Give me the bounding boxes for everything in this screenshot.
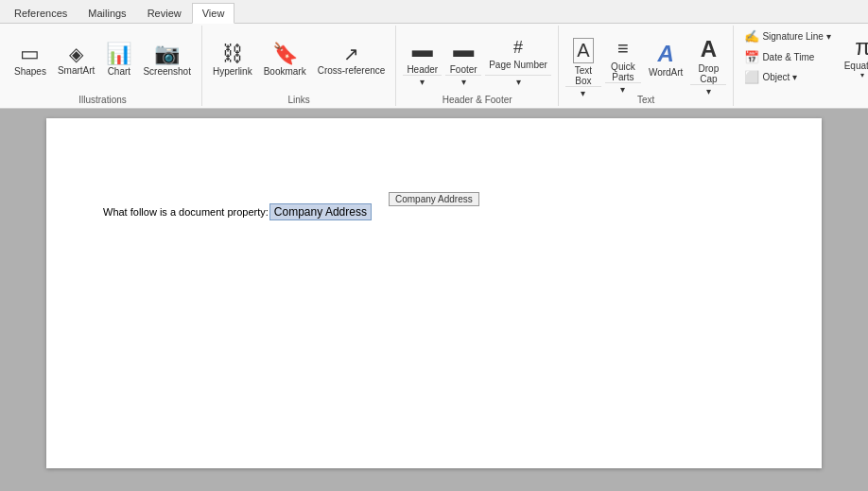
text-group-label: Text <box>564 93 728 106</box>
sig-line-group: ✍ Signature Line ▾ 📅 Date & Time ⬜ Objec… <box>739 27 835 86</box>
page-number-dropdown[interactable]: ▾ <box>485 75 551 89</box>
quick-parts-icon: ≡ <box>617 38 629 60</box>
smartart-label: SmartArt <box>58 65 95 77</box>
illustrations-group-label: Illustrations <box>9 93 196 106</box>
quick-parts-label2: Parts <box>612 72 634 82</box>
chart-icon: 📊 <box>106 44 131 64</box>
ribbon: References Mailings Review View ▭ Shapes… <box>0 0 868 109</box>
smartart-button[interactable]: ◈ SmartArt <box>53 31 99 90</box>
cross-reference-label: Cross-reference <box>318 65 386 77</box>
quick-parts-label: Quick <box>611 61 635 72</box>
tab-view[interactable]: View <box>192 3 235 24</box>
field-tooltip: Company Address <box>389 192 479 206</box>
ribbon-tabs: References Mailings Review View <box>0 0 868 23</box>
ribbon-group-text: A Text Box ▾ ≡ Quick Parts ▾ A <box>559 26 735 106</box>
ribbon-content: ▭ Shapes ◈ SmartArt 📊 Chart 📷 Screenshot… <box>0 23 868 108</box>
hyperlink-label: Hyperlink <box>213 66 252 78</box>
ribbon-group-illustrations: ▭ Shapes ◈ SmartArt 📊 Chart 📷 Screenshot… <box>4 26 202 106</box>
drop-cap-label: Drop <box>699 63 720 74</box>
drop-cap-label2: Cap <box>700 74 717 84</box>
cross-reference-icon: ↗ <box>343 44 359 63</box>
object-label: Object ▾ <box>762 72 797 82</box>
links-group-label: Links <box>208 93 390 106</box>
smartart-icon: ◈ <box>69 44 83 63</box>
document-text-line: What follow is a document property: Comp… <box>103 203 372 220</box>
screenshot-button[interactable]: 📷 Screenshot <box>138 31 196 90</box>
cross-reference-button[interactable]: ↗ Cross-reference <box>313 31 391 90</box>
text-items: A Text Box ▾ ≡ Quick Parts ▾ A <box>564 27 728 93</box>
date-time-label: Date & Time <box>762 52 814 62</box>
wordart-button[interactable]: A WordArt <box>644 31 688 90</box>
wordart-label: WordArt <box>649 67 684 79</box>
hyperlink-button[interactable]: ⛓ Hyperlink <box>208 31 257 90</box>
tab-references[interactable]: References <box>4 3 78 23</box>
links-items: ⛓ Hyperlink 🔖 Bookmark ↗ Cross-reference <box>208 27 390 93</box>
main-area: Company Address What follow is a documen… <box>0 109 868 491</box>
footer-dropdown[interactable]: ▾ <box>445 75 481 89</box>
header-footer-items: ▬ Header ▾ ▬ Footer ▾ # Page Number <box>402 27 552 93</box>
drop-cap-button[interactable]: A Drop Cap ▾ <box>689 31 727 90</box>
object-icon: ⬜ <box>744 70 759 84</box>
equation-button[interactable]: π Equation ▾ <box>840 27 868 86</box>
date-time-button[interactable]: 📅 Date & Time <box>739 48 835 66</box>
header-label: Header <box>407 64 438 75</box>
page-number-label: Page Number <box>489 60 547 70</box>
screenshot-icon: 📷 <box>154 44 180 64</box>
page-number-btn-top: # Page Number <box>485 32 551 75</box>
ribbon-group-symbols: ✍ Signature Line ▾ 📅 Date & Time ⬜ Objec… <box>734 26 868 106</box>
tab-mailings[interactable]: Mailings <box>78 3 136 23</box>
equation-dropdown[interactable]: ▾ <box>860 71 864 79</box>
drop-cap-icon: A <box>701 36 717 62</box>
header-btn-top: ▬ Header <box>403 32 442 75</box>
equation-icon: π <box>855 34 868 61</box>
bookmark-button[interactable]: 🔖 Bookmark <box>259 31 311 90</box>
bookmark-label: Bookmark <box>264 66 306 78</box>
text-box-icon: A <box>573 38 593 63</box>
chart-button[interactable]: 📊 Chart <box>101 31 136 90</box>
footer-button[interactable]: ▬ Footer ▾ <box>444 31 482 90</box>
chart-label: Chart <box>108 66 130 78</box>
hyperlink-icon: ⛓ <box>222 44 243 64</box>
text-box-label: Text <box>575 65 592 76</box>
document-field-value[interactable]: Company Address <box>269 203 372 220</box>
header-icon: ▬ <box>412 38 433 62</box>
signature-line-icon: ✍ <box>744 29 759 44</box>
header-button[interactable]: ▬ Header ▾ <box>402 31 443 90</box>
ribbon-group-header-footer: ▬ Header ▾ ▬ Footer ▾ # Page Number <box>396 26 559 106</box>
shapes-label: Shapes <box>14 66 46 78</box>
tab-review[interactable]: Review <box>137 3 192 23</box>
text-box-button[interactable]: A Text Box ▾ <box>564 31 602 90</box>
footer-btn-top: ▬ Footer <box>446 32 481 75</box>
screenshot-label: Screenshot <box>143 66 191 78</box>
equation-label: Equation <box>844 61 868 71</box>
field-tooltip-text: Company Address <box>395 194 473 204</box>
header-footer-group-label: Header & Footer <box>402 93 552 106</box>
bookmark-icon: 🔖 <box>272 44 298 64</box>
ribbon-group-links: ⛓ Hyperlink 🔖 Bookmark ↗ Cross-reference… <box>202 26 396 106</box>
document-page: Company Address What follow is a documen… <box>46 118 822 468</box>
symbols-items: ✍ Signature Line ▾ 📅 Date & Time ⬜ Objec… <box>739 27 868 93</box>
date-time-icon: 📅 <box>744 50 759 64</box>
wordart-icon: A <box>657 43 673 65</box>
shapes-button[interactable]: ▭ Shapes <box>9 31 51 90</box>
signature-line-label: Signature Line ▾ <box>762 31 830 42</box>
page-number-icon: # <box>513 38 523 58</box>
object-button[interactable]: ⬜ Object ▾ <box>739 68 835 86</box>
footer-icon: ▬ <box>453 38 474 62</box>
shapes-icon: ▭ <box>20 44 40 64</box>
text-box-label2: Box <box>575 76 591 86</box>
page-number-button[interactable]: # Page Number ▾ <box>484 31 552 90</box>
document-body-text: What follow is a document property: <box>103 206 269 218</box>
header-dropdown[interactable]: ▾ <box>403 75 442 89</box>
footer-label: Footer <box>450 64 477 75</box>
illustrations-items: ▭ Shapes ◈ SmartArt 📊 Chart 📷 Screenshot <box>9 27 196 93</box>
signature-line-button[interactable]: ✍ Signature Line ▾ <box>739 27 835 45</box>
quick-parts-button[interactable]: ≡ Quick Parts ▾ <box>604 31 642 90</box>
